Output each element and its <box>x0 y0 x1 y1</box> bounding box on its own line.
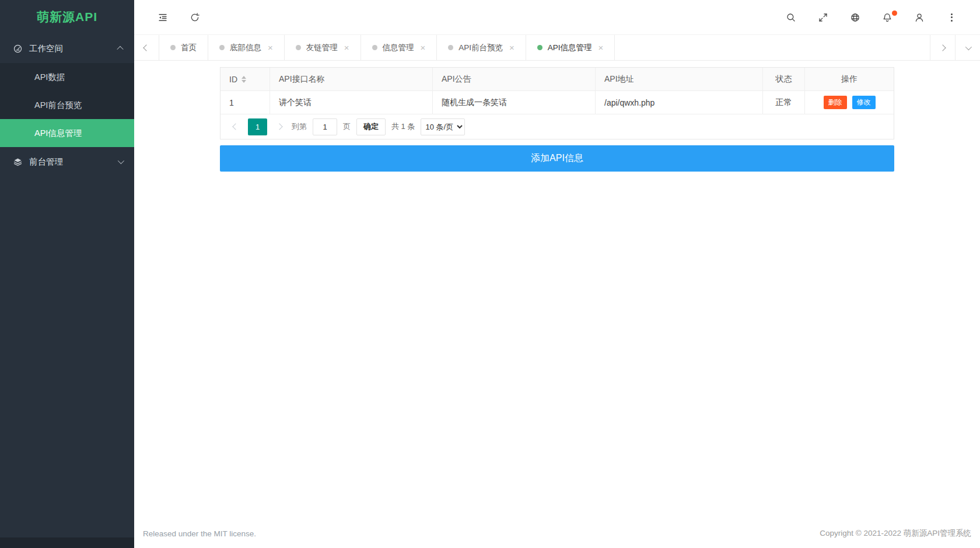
sidebar-item-workspace[interactable]: 工作空间 <box>0 34 134 63</box>
column-header-id[interactable]: ID <box>220 68 270 90</box>
tab-status-dot <box>537 45 542 50</box>
tab-status-dot <box>448 45 453 50</box>
pagination-confirm-button[interactable]: 确定 <box>356 118 386 135</box>
sidebar-item-frontend-management[interactable]: 前台管理 <box>0 147 134 176</box>
cell-api-name: 讲个笑话 <box>270 91 433 114</box>
pagination-current-page[interactable]: 1 <box>248 118 267 135</box>
tab-status-dot <box>296 45 301 50</box>
tab-status-dot <box>219 45 225 50</box>
tab-friend-links[interactable]: 友链管理 × <box>285 35 361 60</box>
fullscreen-icon[interactable] <box>818 12 828 23</box>
more-icon[interactable] <box>946 12 957 23</box>
close-icon[interactable]: × <box>344 43 349 52</box>
page-size-select[interactable]: 10 条/页 <box>421 118 465 135</box>
tab-info-management[interactable]: 信息管理 × <box>361 35 438 60</box>
tab-status-dot <box>372 45 377 50</box>
tab-label: API信息管理 <box>548 43 592 53</box>
table-row: 1 讲个笑话 随机生成一条笑话 /api/qwxh.php 正常 删除 修改 <box>220 90 894 114</box>
column-header-notice: API公告 <box>433 68 596 90</box>
sidebar-item-api-frontend-preview[interactable]: API前台预览 <box>0 91 134 119</box>
tabs-list: 首页 底部信息 × 友链管理 × 信息管理 × <box>159 35 615 60</box>
dashboard-icon <box>13 44 23 54</box>
tab-api-info-management[interactable]: API信息管理 × <box>526 35 615 60</box>
cell-id: 1 <box>220 91 270 114</box>
cell-status: 正常 <box>763 91 805 114</box>
delete-button[interactable]: 删除 <box>824 96 847 109</box>
pagination: 1 到第 页 确定 共 1 条 10 条/页 <box>220 114 894 139</box>
pagination-goto-input[interactable] <box>313 118 337 135</box>
tab-footer-info[interactable]: 底部信息 × <box>208 35 285 60</box>
collapse-sidebar-icon[interactable] <box>158 12 168 23</box>
close-icon[interactable]: × <box>509 43 514 52</box>
navbar-left <box>134 12 200 23</box>
refresh-icon[interactable] <box>190 12 200 23</box>
footer-copyright-text: Copyright © 2021-2022 萌新源API管理系统 <box>820 528 971 539</box>
tab-label: API前台预览 <box>459 43 503 53</box>
pagination-total-label: 共 1 条 <box>391 121 415 132</box>
cell-actions: 删除 修改 <box>805 91 894 114</box>
tab-label: 底部信息 <box>230 43 261 53</box>
page-footer: Released under the MIT license. Copyrigh… <box>134 528 980 548</box>
table-header-row: ID API接口名称 API公告 API地址 状态 操作 <box>220 68 894 90</box>
api-table: ID API接口名称 API公告 API地址 状态 操作 1 讲个笑话 随机生成… <box>220 67 894 139</box>
chevron-up-icon <box>117 46 123 53</box>
workspace-submenu: API数据 API前台预览 API信息管理 <box>0 63 134 147</box>
close-icon[interactable]: × <box>598 43 604 52</box>
globe-icon[interactable] <box>850 12 860 23</box>
tabs-scroll-left-button[interactable] <box>134 35 159 60</box>
navbar-right <box>786 12 980 23</box>
tab-home[interactable]: 首页 <box>159 35 208 60</box>
sidebar-bottom-strip <box>0 537 134 548</box>
pagination-prev-button[interactable] <box>229 124 242 129</box>
sidebar: 萌新源API 工作空间 API数据 API前台预览 API信息管理 前台管理 <box>0 0 134 548</box>
content-area: ID API接口名称 API公告 API地址 状态 操作 1 讲个笑话 随机生成… <box>134 61 980 548</box>
sidebar-item-label: 前台管理 <box>29 156 63 167</box>
column-header-actions: 操作 <box>805 68 894 90</box>
tab-label: 友链管理 <box>306 43 338 53</box>
sidebar-item-label: 工作空间 <box>29 43 63 54</box>
chevron-down-icon <box>118 158 124 164</box>
cell-api-address: /api/qwxh.php <box>596 91 763 114</box>
close-icon[interactable]: × <box>268 43 273 52</box>
tab-status-dot <box>170 45 176 50</box>
sidebar-item-api-info-management[interactable]: API信息管理 <box>0 119 134 147</box>
notification-badge <box>892 11 897 16</box>
cell-api-notice: 随机生成一条笑话 <box>433 91 596 114</box>
column-header-status: 状态 <box>763 68 805 90</box>
search-icon[interactable] <box>786 12 796 23</box>
app-root: 萌新源API 工作空间 API数据 API前台预览 API信息管理 前台管理 <box>0 0 980 548</box>
pagination-goto-label: 到第 <box>292 121 307 132</box>
tabs-menu-button[interactable] <box>955 35 980 60</box>
tab-label: 信息管理 <box>383 43 414 53</box>
bell-icon[interactable] <box>882 12 892 23</box>
main-area: 首页 底部信息 × 友链管理 × 信息管理 × <box>134 0 980 548</box>
column-header-address: API地址 <box>596 68 763 90</box>
sort-icon[interactable] <box>242 76 246 83</box>
tab-bar: 首页 底部信息 × 友链管理 × 信息管理 × <box>134 35 980 61</box>
tabbar-right-controls <box>930 35 980 60</box>
pagination-unit-label: 页 <box>343 121 351 132</box>
footer-license-text: Released under the MIT license. <box>143 529 256 538</box>
tab-label: 首页 <box>181 43 197 53</box>
tab-api-frontend-preview[interactable]: API前台预览 × <box>437 35 526 60</box>
add-api-button[interactable]: 添加API信息 <box>220 145 894 172</box>
app-logo: 萌新源API <box>0 0 134 34</box>
layers-icon <box>13 157 23 167</box>
column-header-name: API接口名称 <box>270 68 433 90</box>
top-navbar <box>134 0 980 35</box>
edit-button[interactable]: 修改 <box>852 96 876 109</box>
tabs-scroll-right-button[interactable] <box>930 35 955 60</box>
sidebar-item-api-data[interactable]: API数据 <box>0 63 134 91</box>
close-icon[interactable]: × <box>421 43 426 52</box>
pagination-next-button[interactable] <box>273 124 286 129</box>
user-icon[interactable] <box>914 12 925 23</box>
table-container: ID API接口名称 API公告 API地址 状态 操作 1 讲个笑话 随机生成… <box>220 67 894 172</box>
